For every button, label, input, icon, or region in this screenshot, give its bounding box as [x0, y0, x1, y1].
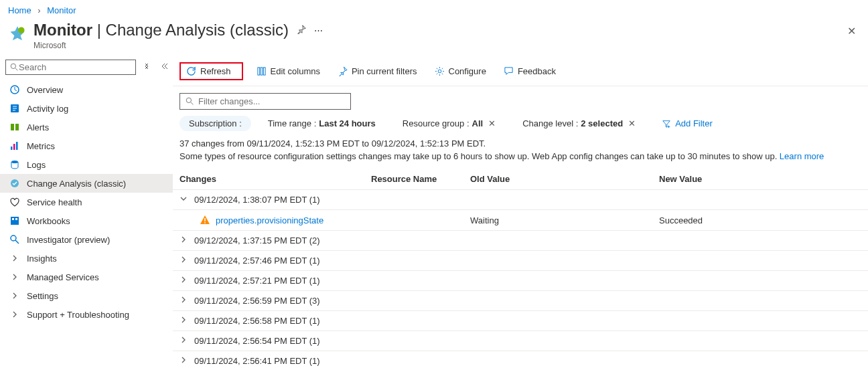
sidebar-item-label: Support + Troubleshooting	[27, 310, 129, 320]
change-group-row[interactable]: 09/11/2024, 2:56:58 PM EDT (1)	[173, 310, 868, 330]
svg-point-29	[204, 222, 206, 223]
edit-columns-button[interactable]: Edit columns	[252, 64, 324, 79]
logs-icon	[9, 159, 20, 170]
sidebar-search-input[interactable]	[19, 62, 131, 72]
pin-icon	[338, 66, 348, 76]
expand-icon[interactable]	[140, 61, 153, 74]
change-group-row[interactable]: 09/11/2024, 2:57:46 PM EDT (1)	[173, 250, 868, 270]
collapse-sidebar-icon[interactable]	[157, 61, 171, 74]
close-icon[interactable]: ✕	[847, 25, 860, 37]
sidebar-item-logs[interactable]: Logs	[0, 155, 173, 174]
group-timestamp: 09/11/2024, 2:56:59 PM EDT (3)	[194, 296, 320, 306]
pill-time-range[interactable]: Time range : Last 24 hours	[258, 115, 386, 132]
service-health-icon	[9, 197, 20, 207]
learn-more-link[interactable]: Learn more	[780, 151, 824, 161]
chevron-right-icon	[179, 235, 189, 246]
sidebar-item-label: Investigator (preview)	[27, 235, 110, 245]
pin-filters-button[interactable]: Pin current filters	[334, 64, 421, 79]
pin-icon[interactable]	[297, 25, 306, 36]
svg-rect-10	[11, 147, 13, 150]
activity-log-icon	[9, 103, 20, 114]
sidebar-item-workbooks[interactable]: Workbooks	[0, 211, 173, 230]
sidebar-item-insights[interactable]: Insights	[0, 249, 173, 268]
group-timestamp: 09/11/2024, 2:56:58 PM EDT (1)	[194, 316, 320, 326]
sidebar-item-label: Workbooks	[27, 216, 70, 226]
configure-button[interactable]: Configure	[431, 64, 490, 79]
close-icon[interactable]: ✕	[628, 118, 636, 128]
change-group-row[interactable]: 09/12/2024, 1:37:15 PM EDT (2)	[173, 230, 868, 250]
pill-subscription[interactable]: Subscription :	[179, 116, 251, 131]
change-detail-row[interactable]: properties.provisioningStateWaitingSucce…	[173, 209, 868, 230]
svg-point-1	[11, 64, 15, 68]
svg-point-0	[18, 27, 24, 33]
sidebar-item-overview[interactable]: Overview	[0, 80, 173, 99]
sidebar-item-activity-log[interactable]: Activity log	[0, 99, 173, 118]
group-timestamp: 09/12/2024, 1:37:15 PM EDT (2)	[194, 235, 320, 246]
workbooks-icon	[9, 215, 20, 226]
sidebar-item-label: Overview	[27, 85, 63, 95]
chevron-right-icon	[9, 253, 20, 264]
main-content: Refresh Edit columns Pin current filters…	[173, 57, 868, 371]
filter-add-icon	[662, 119, 671, 128]
group-timestamp: 09/11/2024, 2:56:54 PM EDT (1)	[194, 336, 320, 346]
pill-change-level[interactable]: Change level : 2 selected ✕	[512, 115, 646, 132]
sidebar-item-managed-services[interactable]: Managed Services	[0, 268, 173, 286]
property-link[interactable]: properties.provisioningState	[216, 215, 323, 225]
sidebar-item-settings[interactable]: Settings	[0, 286, 173, 305]
chevron-down-icon	[179, 195, 189, 205]
breadcrumb: Home › Monitor	[0, 0, 868, 18]
chevron-right-icon	[9, 309, 20, 320]
svg-line-25	[191, 102, 193, 104]
sidebar-item-change-analysis-classic-[interactable]: Change Analysis (classic)	[0, 174, 173, 193]
chevron-right-icon	[179, 336, 189, 346]
breadcrumb-home[interactable]: Home	[8, 5, 31, 15]
filter-changes-input[interactable]	[179, 93, 351, 110]
more-icon[interactable]: ⋯	[314, 25, 323, 35]
change-analysis-icon	[9, 178, 20, 189]
columns-icon	[257, 66, 267, 76]
sidebar-item-support-troubleshooting[interactable]: Support + Troubleshooting	[0, 305, 173, 324]
page-title: Monitor | Change Analysis (classic)	[33, 21, 289, 39]
sidebar-item-label: Alerts	[27, 122, 49, 132]
change-group-row[interactable]: 09/11/2024, 2:56:59 PM EDT (3)	[173, 290, 868, 310]
change-group-row[interactable]: 09/11/2024, 2:57:21 PM EDT (1)	[173, 270, 868, 290]
add-filter-button[interactable]: Add Filter	[652, 116, 722, 131]
group-timestamp: 09/11/2024, 2:56:41 PM EDT (1)	[194, 356, 320, 366]
change-group-row[interactable]: 09/11/2024, 2:56:54 PM EDT (1)	[173, 330, 868, 351]
change-group-row[interactable]: 09/11/2024, 2:56:41 PM EDT (1)	[173, 351, 868, 371]
svg-point-13	[11, 161, 18, 163]
publisher-label: Microsoft	[33, 41, 847, 50]
svg-rect-15	[11, 217, 19, 225]
pill-resource-group[interactable]: Resource group : All ✕	[392, 115, 506, 132]
group-timestamp: 09/11/2024, 2:57:46 PM EDT (1)	[194, 256, 320, 266]
sidebar-search[interactable]	[5, 60, 136, 75]
svg-point-23	[438, 70, 441, 73]
breadcrumb-monitor[interactable]: Monitor	[47, 5, 76, 15]
sidebar-item-investigator-preview-[interactable]: Investigator (preview)	[0, 230, 173, 249]
col-new[interactable]: New Value	[659, 174, 861, 184]
search-icon	[186, 97, 194, 106]
feedback-button[interactable]: Feedback	[500, 64, 560, 79]
svg-rect-11	[13, 144, 15, 150]
feedback-icon	[504, 66, 514, 76]
chevron-right-icon	[9, 290, 20, 301]
search-icon	[10, 63, 19, 72]
chevron-right-icon	[179, 356, 189, 366]
sidebar-item-alerts[interactable]: Alerts	[0, 118, 173, 136]
svg-line-19	[15, 240, 19, 244]
chevron-right-icon	[9, 272, 20, 282]
change-group-row[interactable]: 09/12/2024, 1:38:07 PM EDT (1)	[173, 189, 868, 209]
sidebar-item-metrics[interactable]: Metrics	[0, 136, 173, 155]
refresh-button[interactable]: Refresh	[179, 62, 243, 80]
sidebar-item-service-health[interactable]: Service health	[0, 193, 173, 211]
metrics-icon	[9, 140, 20, 151]
col-resource[interactable]: Resource Name	[371, 174, 470, 184]
new-value-cell: Succeeded	[659, 215, 861, 225]
svg-rect-22	[263, 68, 265, 75]
monitor-icon	[8, 25, 27, 43]
col-old[interactable]: Old Value	[470, 174, 659, 184]
col-changes[interactable]: Changes	[179, 174, 371, 184]
close-icon[interactable]: ✕	[488, 118, 496, 128]
sidebar-item-label: Metrics	[27, 141, 55, 151]
sidebar-item-label: Insights	[27, 254, 57, 264]
